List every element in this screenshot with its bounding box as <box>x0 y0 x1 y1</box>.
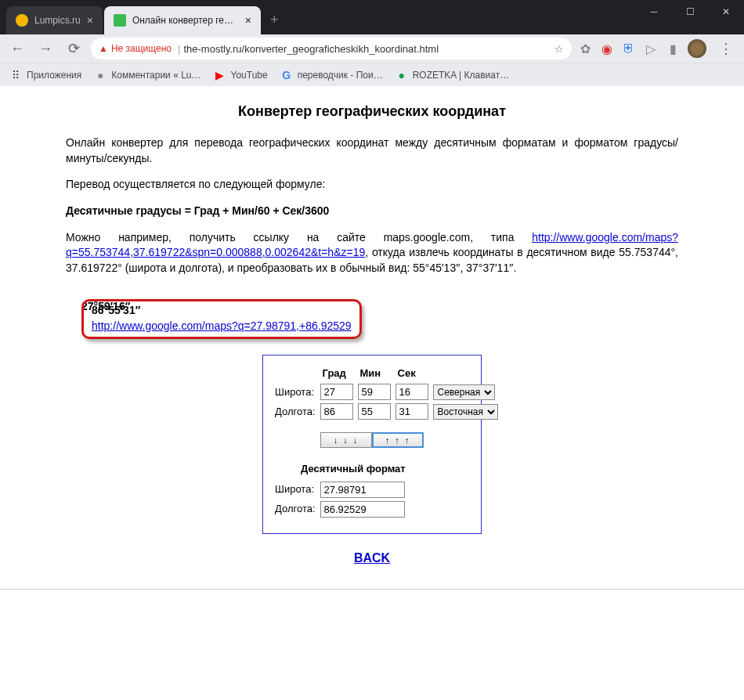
new-tab-button[interactable]: + <box>262 12 287 28</box>
dec-lat-label: Широта: <box>273 480 318 500</box>
convert-down-button[interactable]: ↓ ↓ ↓ <box>320 432 372 448</box>
lat-deg-input[interactable] <box>320 384 353 400</box>
apps-icon: ⠿ <box>9 69 22 81</box>
lon-min-input[interactable] <box>358 403 391 420</box>
bookmark-label: переводчик - Пои… <box>298 70 383 81</box>
favicon-icon <box>114 14 126 27</box>
back-button[interactable]: ← <box>6 38 28 60</box>
maximize-button[interactable]: ☐ <box>672 0 708 23</box>
dms-table: Град Мин Сек Широта: Северная Долгота: <box>273 365 500 421</box>
lat-dir-select[interactable]: Северная <box>433 384 495 400</box>
example-paragraph: Можно например, получить ссылку на сайте… <box>66 230 678 276</box>
browser-toolbar: ← → ⟳ ▲ Не защищено | the-mostly.ru/konv… <box>0 34 744 63</box>
bookmark-label: ROZETKA | Клавиат… <box>413 70 509 81</box>
lat-min-input[interactable] <box>358 384 391 400</box>
url-text: the-mostly.ru/konverter_geograficheskikh… <box>183 43 439 55</box>
close-icon[interactable]: × <box>245 14 251 27</box>
bookmark-icon: ● <box>94 69 107 81</box>
security-warning: ▲ Не защищено <box>99 43 172 54</box>
favicon-icon <box>16 14 28 27</box>
rozetka-icon: ● <box>395 69 408 81</box>
dec-lon-input[interactable] <box>320 501 405 518</box>
reload-button[interactable]: ⟳ <box>63 38 85 60</box>
lat-sec-input[interactable] <box>395 384 428 400</box>
profile-avatar[interactable] <box>688 39 706 58</box>
col-grad: Град <box>318 365 356 382</box>
apps-button[interactable]: ⠿ Приложения <box>9 69 81 81</box>
apps-label: Приложения <box>27 70 81 81</box>
youtube-icon: ▶ <box>214 69 226 81</box>
dec-lon-label: Долгота: <box>273 500 318 519</box>
window-controls: ─ ☐ ✕ <box>636 0 744 23</box>
bookmark-label: Комментарии « Lu… <box>111 70 200 81</box>
col-sec: Сек <box>393 365 431 382</box>
highlighted-result: 86°55′31′′ http://www.google.com/maps?q=… <box>81 299 362 339</box>
bookmarks-bar: ⠿ Приложения ● Комментарии « Lu… ▶ YouTu… <box>0 63 744 86</box>
back-link[interactable]: BACK <box>354 551 390 565</box>
tab-active[interactable]: Онлайн конвертер географичес × <box>104 6 261 34</box>
result-block: 27°59′16′′ 86°55′31′′ http://www.google.… <box>81 299 678 339</box>
result-lon: 86°55′31′′ <box>92 303 352 319</box>
formula-intro: Перевод осуществляется по следующей форм… <box>66 177 678 193</box>
close-icon[interactable]: × <box>87 14 93 27</box>
decimal-header: Десятичный формат <box>301 462 471 476</box>
menu-button[interactable]: ⋮ <box>714 40 738 57</box>
page-title: Конвертер географических координат <box>66 102 678 121</box>
browser-titlebar: Lumpics.ru × Онлайн конвертер географиче… <box>0 0 744 34</box>
intro-text: Онлайн конвертер для перевода географиче… <box>66 135 678 166</box>
back-link-row: BACK <box>66 550 678 567</box>
play-icon[interactable]: ▷ <box>644 41 658 56</box>
extension-icon[interactable]: ◉ <box>600 41 614 56</box>
google-icon: G <box>280 69 293 81</box>
minimize-button[interactable]: ─ <box>636 0 672 23</box>
bookmark-item[interactable]: ● ROZETKA | Клавиат… <box>395 69 509 81</box>
bookmark-item[interactable]: G переводчик - Пои… <box>280 69 383 81</box>
decimal-table: Широта: Долгота: <box>273 480 407 519</box>
shield-icon[interactable]: ⛨ <box>622 41 636 56</box>
bookmark-item[interactable]: ▶ YouTube <box>214 69 268 81</box>
extension-icons: ✿ ◉ ⛨ ▷ ▮ ⋮ <box>578 39 738 58</box>
page-content: Конвертер географических координат Онлай… <box>0 86 744 590</box>
tab-title: Lumpics.ru <box>34 15 81 26</box>
lon-dir-select[interactable]: Восточная <box>433 404 498 420</box>
maps-result-link[interactable]: http://www.google.com/maps?q=27.98791,+8… <box>92 319 352 332</box>
divider <box>0 589 744 590</box>
lat-label: Широта: <box>273 382 318 402</box>
formula-text: Десятичные градусы = Град + Мин/60 + Сек… <box>66 204 678 219</box>
address-bar[interactable]: ▲ Не защищено | the-mostly.ru/konverter_… <box>91 38 572 60</box>
bookmark-star-icon[interactable]: ☆ <box>554 43 564 55</box>
dec-lat-input[interactable] <box>320 482 405 498</box>
example-pre: Можно например, получить ссылку на сайте… <box>66 231 532 244</box>
converter-panel: Град Мин Сек Широта: Северная Долгота: <box>262 355 482 533</box>
tab-inactive[interactable]: Lumpics.ru × <box>6 6 103 34</box>
tab-title: Онлайн конвертер географичес <box>132 15 239 26</box>
lon-deg-input[interactable] <box>320 403 353 420</box>
extension-icon[interactable]: ▮ <box>666 41 680 56</box>
lon-label: Долгота: <box>273 402 318 421</box>
warning-icon: ▲ <box>99 43 108 54</box>
forward-button[interactable]: → <box>34 38 56 60</box>
col-min: Мин <box>356 365 393 382</box>
bookmark-label: YouTube <box>231 70 268 81</box>
bookmark-item[interactable]: ● Комментарии « Lu… <box>94 69 200 81</box>
security-text: Не защищено <box>111 43 172 54</box>
extension-icon[interactable]: ✿ <box>578 41 592 56</box>
convert-up-button[interactable]: ↑ ↑ ↑ <box>372 432 424 448</box>
close-window-button[interactable]: ✕ <box>708 0 744 23</box>
lon-sec-input[interactable] <box>395 403 428 420</box>
